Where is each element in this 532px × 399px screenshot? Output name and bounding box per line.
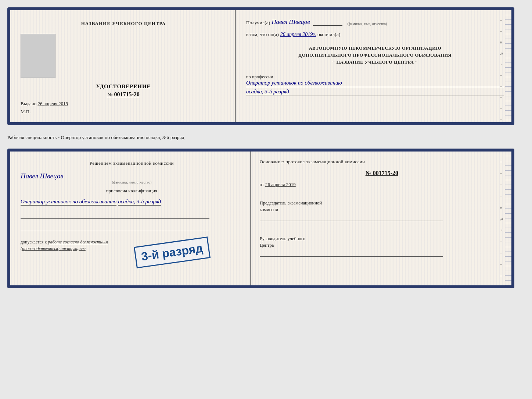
doc1-photo xyxy=(21,34,55,78)
profession-value2: осадка, 3-й разряд xyxy=(246,89,504,96)
head-text: Руководитель учебного Центра xyxy=(260,236,305,248)
head-label: Руководитель учебного Центра xyxy=(260,236,504,249)
fio-label-1: (фамилия, имя, отчество) xyxy=(348,22,387,26)
basis-text: Основание: протокол экзаменационной коми… xyxy=(260,159,504,165)
basis-number: № 001715-20 xyxy=(260,170,504,177)
doc1-center-name: НАЗВАНИЕ УЧЕБНОГО ЦЕНТРА xyxy=(81,21,166,26)
chairman-text: Председатель экзаменационной комиссии xyxy=(260,200,322,212)
finished-label: окончил(а) xyxy=(317,32,340,38)
chairman-label: Председатель экзаменационной комиссии xyxy=(260,200,504,213)
cert-number-value: 001715-20 xyxy=(114,91,139,97)
document-card-2: Решением экзаменационной комиссии Павел … xyxy=(7,149,514,288)
org-line3: " НАЗВАНИЕ УЧЕБНОГО ЦЕНТРА " xyxy=(246,59,504,66)
admission-italic: работе согласно должностным xyxy=(48,239,108,245)
recipient-name: Павел Швецов xyxy=(272,18,310,26)
admission-text: допускается к работе согласно должностны… xyxy=(21,239,243,252)
mp-label: М.П. xyxy=(21,109,30,115)
doc2-right: Основание: протокол экзаменационной коми… xyxy=(251,152,511,285)
doc2-left: Решением экзаменационной комиссии Павел … xyxy=(10,152,251,285)
qualification-value: Оператор установок по обезвоживанию xyxy=(21,199,116,206)
in-that-line: в том, что он(а) 26 апреля 2019г. окончи… xyxy=(246,32,504,38)
separator-wrapper: Рабочая специальность - Оператор установ… xyxy=(7,132,514,142)
recipient-line: Получил(а) Павел Швецов (фамилия, имя, о… xyxy=(246,18,504,26)
admission-italic2: (производственным) инструкциям xyxy=(21,246,86,251)
doc1-right: Получил(а) Павел Швецов (фамилия, имя, о… xyxy=(236,10,511,122)
qualification-label: присвоена квалификация xyxy=(21,188,243,194)
decorative-dashes-2: – – – – и ,а ← – – – – xyxy=(500,152,504,285)
page-container: НАЗВАНИЕ УЧЕБНОГО ЦЕНТРА УДОСТОВЕРЕНИЕ №… xyxy=(7,7,525,288)
doc1-cert-number: № 001715-20 xyxy=(107,91,140,98)
cert-number-prefix: № xyxy=(107,92,112,97)
date-value: 26 апреля 2019г. xyxy=(280,32,316,38)
fio-label-2: (фамилия, имя, отчество) xyxy=(21,180,243,184)
org-line1: АВТОНОМНУЮ НЕКОММЕРЧЕСКУЮ ОРГАНИЗАЦИЮ xyxy=(246,45,504,52)
separator-text: Рабочая специальность - Оператор установ… xyxy=(7,132,514,142)
chairman-sig-line xyxy=(260,214,443,221)
issued-date: 26 апреля 2019 xyxy=(38,101,68,106)
basis-date-value: 26 апреля 2019 xyxy=(265,182,296,187)
org-line2: ДОПОЛНИТЕЛЬНОГО ПРОФЕССИОНАЛЬНОГО ОБРАЗО… xyxy=(246,52,504,59)
in-that-label: в том, что он(а) xyxy=(246,32,279,38)
profession-value: Оператор установок по обезвоживанию xyxy=(246,80,504,87)
signature-lines xyxy=(21,211,243,231)
admission-label: допускается к xyxy=(21,239,47,245)
issued-line: Выдано 26 апреля 2019 xyxy=(21,101,68,107)
sig-line-2 xyxy=(21,223,209,231)
qualification-value2: осадка, 3-й разряд xyxy=(118,199,161,206)
person-name: Павел Швецов xyxy=(21,172,243,180)
issued-label: Выдано xyxy=(21,101,36,106)
basis-date-prefix: от xyxy=(260,182,264,187)
received-label: Получил(а) xyxy=(246,20,270,26)
by-profession-label: по профессии xyxy=(246,74,504,80)
sig-line-1 xyxy=(21,211,209,219)
decorative-dashes: – – и ,а ← – – – – – xyxy=(500,10,504,122)
document-card-1: НАЗВАНИЕ УЧЕБНОГО ЦЕНТРА УДОСТОВЕРЕНИЕ №… xyxy=(7,7,514,125)
head-sig-line xyxy=(260,250,443,257)
doc1-left: НАЗВАНИЕ УЧЕБНОГО ЦЕНТРА УДОСТОВЕРЕНИЕ №… xyxy=(10,10,236,122)
name-underline xyxy=(313,25,342,26)
doc1-cert-title: УДОСТОВЕРЕНИЕ xyxy=(96,83,151,90)
decision-title: Решением экзаменационной комиссии xyxy=(21,160,243,166)
basis-date: от 26 апреля 2019 xyxy=(260,182,504,188)
